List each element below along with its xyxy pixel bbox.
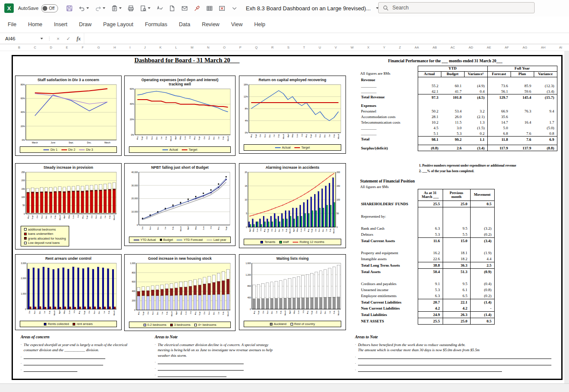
blank-entry-line[interactable]: · xyxy=(21,368,138,372)
row-label[interactable]: ________ xyxy=(360,125,418,131)
column-header-k[interactable]: K xyxy=(159,46,162,49)
column-header[interactable]: Variance xyxy=(534,72,557,77)
ribbon-tab-insert[interactable]: Insert xyxy=(54,21,67,27)
cell[interactable]: 50.4 xyxy=(418,269,443,275)
undo-icon[interactable] xyxy=(79,5,89,12)
column-header[interactable]: As at 31 March ___ xyxy=(418,189,443,201)
column-header-n[interactable]: N xyxy=(207,46,209,49)
row-label[interactable]: Total Liabilities xyxy=(360,312,418,318)
row-label[interactable]: Total Long Term Assets xyxy=(360,262,418,269)
chart-staff[interactable]: Staff satisfaction in Div 3 a concern0%2… xyxy=(15,76,122,156)
row-label[interactable]: Intangible assets xyxy=(360,256,418,262)
cell[interactable]: (3.4) xyxy=(464,145,487,151)
cell[interactable]: 66.9 xyxy=(487,108,511,114)
column-header-s[interactable]: S xyxy=(287,46,289,49)
format-painter-icon[interactable] xyxy=(194,5,200,12)
cell[interactable] xyxy=(443,219,470,225)
chart-accidents[interactable]: Alarming increase in accidents0510152005… xyxy=(239,163,346,248)
cell[interactable]: 16.2 xyxy=(418,250,443,256)
column-header-aa[interactable]: AA xyxy=(415,46,419,49)
cell[interactable]: 0.4 xyxy=(464,88,487,94)
cell[interactable]: 6.1 xyxy=(443,287,470,293)
cell[interactable]: (8.8) xyxy=(534,145,557,151)
column-header-h[interactable]: H xyxy=(113,46,116,49)
chart-housing[interactable]: Good increase in new housing stock020040… xyxy=(124,254,236,331)
cell[interactable]: 137.9 xyxy=(511,145,534,151)
spelling-icon[interactable] xyxy=(156,5,163,12)
cell[interactable] xyxy=(511,114,534,119)
cell[interactable]: (3.4) xyxy=(534,88,557,94)
cell[interactable]: 3.0 xyxy=(441,125,464,131)
cell[interactable]: 6.5 xyxy=(443,293,470,299)
cell[interactable]: 50.2 xyxy=(418,108,441,114)
row-label[interactable]: ________ xyxy=(360,83,418,88)
save-icon[interactable] xyxy=(66,5,73,12)
cell[interactable] xyxy=(487,77,511,83)
cell[interactable]: (0.2) xyxy=(470,231,494,238)
column-header-ad[interactable]: AD xyxy=(469,46,473,49)
cell[interactable]: (5.0) xyxy=(534,125,557,131)
cell[interactable]: 42.1 xyxy=(418,88,441,94)
chart-waiting[interactable]: Waiting lists rising04008001,2001,600Aug… xyxy=(239,254,346,330)
blank-entry-line[interactable]: · xyxy=(21,361,138,366)
cell[interactable]: 98.1 xyxy=(418,137,441,143)
cell[interactable]: 0.8 xyxy=(534,131,557,137)
blank-entry-line[interactable]: · xyxy=(21,355,138,359)
row-label[interactable]: Telecommunication costs xyxy=(360,119,418,125)
column-header-g[interactable]: G xyxy=(98,46,100,49)
cell[interactable]: (4.9) xyxy=(464,83,487,88)
blank-entry-line[interactable]: · xyxy=(155,366,273,371)
cell[interactable]: 4.2 xyxy=(443,305,470,312)
cell[interactable] xyxy=(443,244,470,250)
cell[interactable]: 1.7 xyxy=(534,119,557,125)
cell[interactable] xyxy=(464,103,487,108)
cell[interactable]: 41.7 xyxy=(441,88,464,94)
chart-npbt[interactable]: NPBT falling just short of Budget010,000… xyxy=(124,163,236,246)
cell[interactable] xyxy=(418,219,443,225)
column-header[interactable]: Variance¹ xyxy=(464,72,487,77)
cell[interactable]: 28.1 xyxy=(418,114,441,119)
column-header-b[interactable]: B xyxy=(18,46,20,49)
cell[interactable] xyxy=(470,213,494,219)
row-label[interactable] xyxy=(360,207,418,214)
cell[interactable]: 2.5 xyxy=(470,262,494,269)
column-header[interactable]: Plan xyxy=(511,72,534,77)
cell[interactable] xyxy=(470,207,494,214)
chart-opex[interactable]: Operating expenses (excl depn and intere… xyxy=(124,76,236,156)
cell[interactable]: 25.0 xyxy=(443,201,470,207)
cell[interactable]: 35.6 xyxy=(487,114,511,119)
cell[interactable]: (12.3) xyxy=(534,83,557,88)
cell[interactable]: 9.5 xyxy=(443,225,470,231)
cell[interactable]: 101.8 xyxy=(441,94,464,100)
chart-rent[interactable]: Rent arrears under control01,0002,0003,0… xyxy=(15,254,122,330)
cell[interactable]: 26.0 xyxy=(441,114,464,119)
cell[interactable]: 145.4 xyxy=(511,94,534,100)
cell[interactable]: 16.4 xyxy=(511,119,534,125)
column-header-u[interactable]: U xyxy=(319,46,321,49)
cell[interactable] xyxy=(418,213,443,219)
cell[interactable] xyxy=(418,207,443,214)
ribbon-tab-page-layout[interactable]: Page Layout xyxy=(103,21,133,27)
cell[interactable]: 5.5 xyxy=(443,231,470,238)
print-preview-icon[interactable] xyxy=(140,5,150,12)
row-label[interactable]: Total Current Assets xyxy=(360,238,418,244)
row-label[interactable]: Non Current Liabilities xyxy=(360,305,418,312)
cell[interactable]: 20.7 xyxy=(418,299,443,306)
cell[interactable] xyxy=(443,275,470,281)
cell[interactable] xyxy=(534,114,557,119)
cell[interactable] xyxy=(534,103,557,108)
cell[interactable]: (2.1) xyxy=(464,114,487,119)
ribbon-tab-help[interactable]: Help xyxy=(254,21,266,27)
row-label[interactable]: Personnel xyxy=(360,108,418,114)
cell[interactable]: 9.5 xyxy=(443,281,470,287)
column-header-r[interactable]: R xyxy=(271,46,273,49)
chart-roce[interactable]: Return on capital employed recovering0%4… xyxy=(239,76,346,154)
column-header-d[interactable]: D xyxy=(50,46,52,49)
cell[interactable]: (1.9) xyxy=(470,250,494,256)
column-header-ae[interactable]: AE xyxy=(487,46,491,49)
table-icon[interactable] xyxy=(206,5,213,12)
cell[interactable]: 2.6 xyxy=(441,145,464,151)
cell[interactable] xyxy=(470,244,494,250)
column-header-ag[interactable]: AG xyxy=(523,46,527,49)
cell[interactable] xyxy=(470,275,494,281)
